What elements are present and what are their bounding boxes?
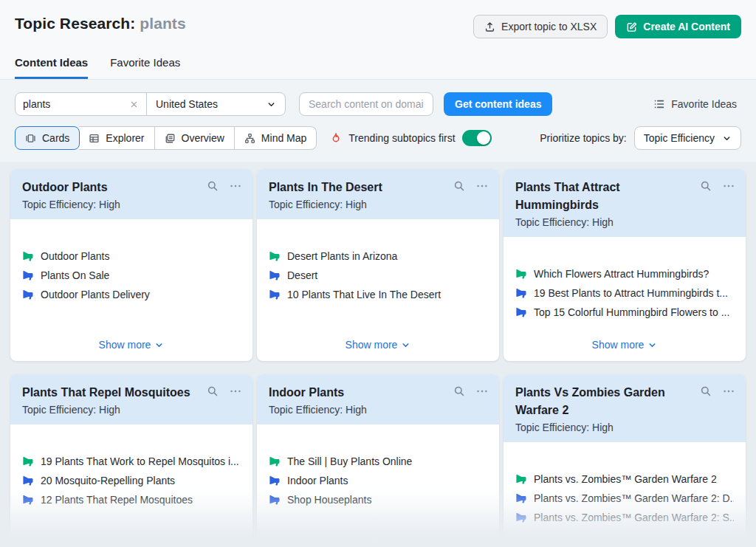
megaphone-icon xyxy=(515,473,527,485)
toggle-knob xyxy=(477,131,490,145)
favorite-ideas-link[interactable]: Favorite Ideas xyxy=(653,98,741,110)
tab-content-ideas[interactable]: Content Ideas xyxy=(15,56,88,79)
prioritize-select[interactable]: Topic Efficiency xyxy=(634,126,741,150)
domain-search-input[interactable] xyxy=(299,92,433,116)
trending-toggle-label: Trending subtopics first xyxy=(348,132,455,144)
edit-icon xyxy=(626,21,637,32)
card-header: Outdoor Plants Topic Efficiency: High xyxy=(10,169,252,219)
subtopic-item[interactable]: Plants vs. Zombies™ Garden Warfare 2: D.… xyxy=(515,492,734,504)
subtopic-item[interactable]: 20 Mosquito-Repelling Plants xyxy=(22,475,241,486)
show-more-label: Show more xyxy=(99,544,151,547)
show-more-label: Show more xyxy=(592,339,645,351)
megaphone-icon xyxy=(515,306,527,318)
card-header: Plants That Attract Hummingbirds Topic E… xyxy=(504,169,746,237)
megaphone-icon xyxy=(269,269,281,281)
subtopic-item[interactable]: Outdoor Plants Delivery xyxy=(22,289,241,300)
view-switcher: Cards Explorer Overview Mind Map xyxy=(15,126,317,150)
megaphone-icon xyxy=(269,475,281,486)
subtopic-item-label: Outdoor Plants Delivery xyxy=(41,289,150,300)
subtopic-item[interactable]: The Sill | Buy Plants Online xyxy=(269,455,487,467)
view-tab-mindmap[interactable]: Mind Map xyxy=(235,126,317,150)
clear-search-icon[interactable] xyxy=(129,100,139,109)
topic-card: Plants That Attract Hummingbirds Topic E… xyxy=(504,169,746,361)
subtopic-item[interactable]: Plants On Sale xyxy=(22,269,241,281)
view-tab-explorer[interactable]: Explorer xyxy=(79,126,154,150)
search-icon[interactable] xyxy=(700,180,712,192)
more-options-icon[interactable] xyxy=(723,385,735,397)
view-tab-overview[interactable]: Overview xyxy=(155,126,235,150)
subtopic-item-label: 12 Plants That Repel Mosquitoes xyxy=(41,494,193,506)
megaphone-icon xyxy=(515,287,527,299)
show-more-label: Show more xyxy=(346,339,398,351)
show-more-link[interactable]: Show more xyxy=(99,339,165,352)
megaphone-icon xyxy=(22,455,34,467)
export-xlsx-button[interactable]: Export topic to XLSX xyxy=(473,15,608,38)
show-more-link[interactable]: Show more xyxy=(346,544,411,547)
search-icon[interactable] xyxy=(207,180,219,192)
megaphone-icon xyxy=(515,268,527,280)
card-body: 19 Plants That Work to Repel Mosquitos i… xyxy=(10,424,252,547)
subtopic-item[interactable]: Top 15 Colorful Hummingbird Flowers to .… xyxy=(515,306,734,318)
get-ideas-button-label: Get content ideas xyxy=(455,98,541,110)
tab-bar: Content Ideas Favorite Ideas xyxy=(15,56,741,79)
create-ai-content-button[interactable]: Create AI Content xyxy=(615,15,741,38)
show-more-link[interactable]: Show more xyxy=(592,339,658,352)
card-body: Outdoor PlantsPlants On SaleOutdoor Plan… xyxy=(10,219,252,361)
subtopic-item-label: Plants vs. Zombies™ Garden Warfare 2: D.… xyxy=(534,492,734,504)
subtopic-item[interactable]: Which Flowers Attract Hummingbirds? xyxy=(515,268,734,280)
show-more-link[interactable]: Show more xyxy=(99,544,165,547)
search-icon[interactable] xyxy=(453,180,465,192)
mindmap-icon xyxy=(244,133,255,144)
card-header: Indoor Plants Topic Efficiency: High xyxy=(257,374,499,424)
search-icon[interactable] xyxy=(453,385,465,397)
subtopic-item[interactable]: Plants vs. Zombies™ Garden Warfare 2 xyxy=(515,473,734,485)
view-tab-cards[interactable]: Cards xyxy=(15,126,80,150)
subtopic-item-label: 19 Plants That Work to Repel Mosquitos i… xyxy=(41,455,239,467)
more-options-icon[interactable] xyxy=(230,180,241,192)
subtopic-item-label: Which Flowers Attract Hummingbirds? xyxy=(534,268,709,280)
subtopic-item[interactable]: Desert xyxy=(269,269,487,281)
view-tab-mindmap-label: Mind Map xyxy=(261,132,306,144)
show-more-link[interactable]: Show more xyxy=(592,544,658,547)
more-options-icon[interactable] xyxy=(476,385,488,397)
country-select[interactable]: United States xyxy=(147,93,285,115)
subtopic-item-label: Desert Plants in Arizona xyxy=(287,250,397,262)
search-icon[interactable] xyxy=(207,385,219,397)
subtopic-item[interactable]: Plants vs. Zombies™ Garden Warfare 2: S.… xyxy=(515,512,734,523)
favorite-ideas-link-label: Favorite Ideas xyxy=(671,98,737,110)
view-tab-overview-label: Overview xyxy=(182,132,224,144)
subtopic-item[interactable]: 19 Best Plants to Attract Hummingbirds t… xyxy=(515,287,734,299)
megaphone-icon xyxy=(269,289,281,300)
tab-favorite-ideas[interactable]: Favorite Ideas xyxy=(110,56,180,79)
subtopic-item[interactable]: Outdoor Plants xyxy=(22,250,241,262)
card-header: Plants Vs Zombies Garden Warfare 2 Topic… xyxy=(504,374,746,442)
subtopic-item-label: Plants On Sale xyxy=(41,269,109,281)
topic-search-field[interactable] xyxy=(16,93,147,115)
more-options-icon[interactable] xyxy=(230,385,241,397)
subtopic-item-label: 20 Mosquito-Repelling Plants xyxy=(41,475,175,486)
subtopic-item-label: Desert xyxy=(287,269,317,281)
subtopic-item-label: Plants vs. Zombies™ Garden Warfare 2: S.… xyxy=(534,512,734,523)
subtopic-item[interactable]: 10 Plants That Live In The Desert xyxy=(269,289,487,300)
list-icon xyxy=(653,98,665,110)
chevron-down-icon xyxy=(401,340,410,350)
export-button-label: Export topic to XLSX xyxy=(501,21,597,32)
topic-card: Indoor Plants Topic Efficiency: High The… xyxy=(257,374,499,547)
subtopic-item-label: Shop Houseplants xyxy=(287,494,371,506)
topic-search-input[interactable] xyxy=(23,98,129,110)
card-header: Plants In The Desert Topic Efficiency: H… xyxy=(257,169,499,219)
trending-toggle[interactable] xyxy=(462,130,492,146)
subtopic-item[interactable]: Indoor Plants xyxy=(269,475,487,486)
subtopic-item-label: Outdoor Plants xyxy=(41,250,109,262)
subtopic-item[interactable]: Shop Houseplants xyxy=(269,494,487,506)
topic-efficiency: Topic Efficiency: High xyxy=(515,216,734,228)
subtopic-item[interactable]: 19 Plants That Work to Repel Mosquitos i… xyxy=(22,455,241,467)
more-options-icon[interactable] xyxy=(476,180,488,192)
show-more-link[interactable]: Show more xyxy=(346,339,411,352)
get-content-ideas-button[interactable]: Get content ideas xyxy=(444,92,552,116)
search-icon[interactable] xyxy=(700,385,712,397)
subtopic-item[interactable]: 12 Plants That Repel Mosquitoes xyxy=(22,494,241,506)
subtopic-item[interactable]: Desert Plants in Arizona xyxy=(269,250,487,262)
chevron-down-icon xyxy=(267,100,276,109)
more-options-icon[interactable] xyxy=(723,180,735,192)
